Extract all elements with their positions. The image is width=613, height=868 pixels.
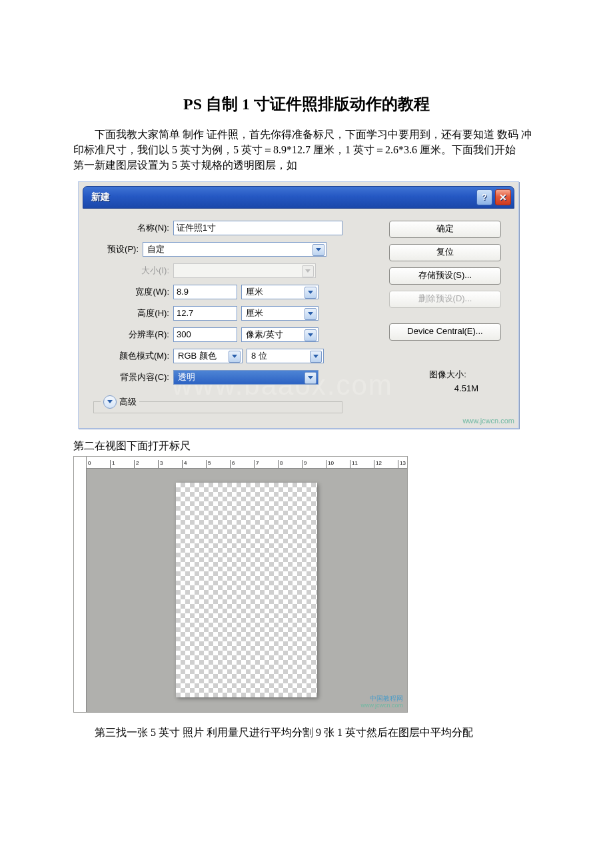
ruler-tick: 6 (230, 460, 254, 468)
resolution-unit-select[interactable]: 像素/英寸 (241, 327, 318, 342)
name-label: 名称(N): (91, 222, 173, 234)
canvas-with-ruler: 01234567891011121314 中国教程网 www.jcwcn.com (73, 456, 408, 713)
ruler-tick: 12 (374, 460, 398, 468)
close-icon[interactable]: ✕ (495, 189, 511, 205)
width-label: 宽度(W): (91, 286, 173, 298)
help-icon[interactable]: ? (476, 189, 492, 205)
image-size-label: 图像大小: (389, 369, 506, 381)
ruler-tick: 10 (326, 460, 350, 468)
image-size-value: 4.51M (389, 383, 506, 393)
expand-icon[interactable] (103, 395, 117, 409)
ruler-tick: 9 (302, 460, 326, 468)
ruler-tick: 3 (158, 460, 182, 468)
ruler-tick: 1 (110, 460, 134, 468)
step-3-text: 第三找一张 5 英寸 照片 利用量尺进行平均分割 9 张 1 英寸然后在图层中平… (73, 725, 540, 740)
preset-select[interactable]: 自定 (143, 242, 326, 257)
size-label: 大小(I): (91, 265, 173, 277)
ruler-horizontal: 01234567891011121314 (74, 457, 407, 469)
step-1-text: 第一新建图层设置为 5 英寸规格的透明图层，如 (73, 157, 540, 173)
ruler-tick: 11 (350, 460, 374, 468)
save-preset-button[interactable]: 存储预设(S)... (389, 267, 501, 285)
background-label: 背景内容(C): (91, 371, 173, 383)
advanced-label: 高级 (119, 396, 137, 408)
ruler-tick: 0 (86, 460, 110, 468)
step-2-text: 第二在视图下面打开标尺 (73, 438, 540, 453)
delete-preset-button: 删除预设(D)... (389, 291, 501, 308)
device-central-button[interactable]: Device Central(E)... (389, 323, 501, 341)
ruler-tick: 4 (182, 460, 206, 468)
ruler-tick: 2 (134, 460, 158, 468)
size-select (173, 263, 316, 278)
new-document-dialog: 新建 ? ✕ www.baaox.com 名称(N): 证件照1寸 预设(P):… (78, 181, 519, 429)
intro-paragraph: 下面我教大家简单 制作 证件照，首先你得准备标尺，下面学习中要用到，还有要知道 … (73, 127, 540, 157)
colormode-select[interactable]: RGB 颜色 (173, 349, 243, 363)
ruler-tick: 7 (254, 460, 278, 468)
ruler-tick: 13 (398, 460, 407, 468)
dialog-title-text: 新建 (91, 191, 110, 203)
ruler-tick: 5 (206, 460, 230, 468)
width-input[interactable]: 8.9 (173, 285, 237, 299)
advanced-fieldset: 高级 (93, 395, 342, 413)
reset-button[interactable]: 复位 (389, 244, 501, 261)
canvas-watermark: 中国教程网 www.jcwcn.com (360, 695, 403, 709)
width-unit-select[interactable]: 厘米 (241, 285, 318, 299)
height-input[interactable]: 12.7 (173, 306, 237, 321)
preset-label: 预设(P): (67, 243, 143, 255)
ruler-vertical (74, 457, 87, 712)
ruler-tick: 8 (278, 460, 302, 468)
colormode-label: 颜色模式(M): (91, 350, 173, 362)
background-select[interactable]: 透明 (173, 370, 318, 385)
colorbits-select[interactable]: 8 位 (247, 349, 324, 363)
height-label: 高度(H): (91, 307, 173, 319)
ok-button[interactable]: 确定 (389, 221, 501, 238)
page-title: PS 自制 1 寸证件照排版动作的教程 (73, 93, 540, 115)
dialog-titlebar[interactable]: 新建 ? ✕ (83, 186, 514, 209)
name-input[interactable]: 证件照1寸 (173, 221, 342, 235)
resolution-label: 分辨率(R): (91, 329, 173, 341)
height-unit-select[interactable]: 厘米 (241, 306, 318, 321)
dialog-watermark: www.jcwcn.com (462, 417, 514, 425)
resolution-input[interactable]: 300 (173, 327, 237, 342)
transparent-canvas (176, 483, 317, 697)
